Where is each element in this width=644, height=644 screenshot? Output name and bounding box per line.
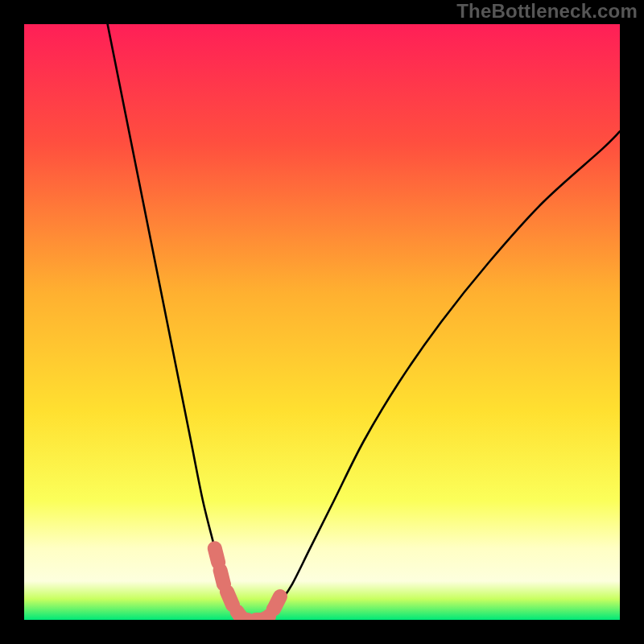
attribution-text: TheBottleneck.com [456,0,638,23]
gradient-background [24,24,620,620]
chart-frame: TheBottleneck.com [0,0,644,644]
bottleneck-chart-svg [24,24,620,620]
plot-area [24,24,620,620]
